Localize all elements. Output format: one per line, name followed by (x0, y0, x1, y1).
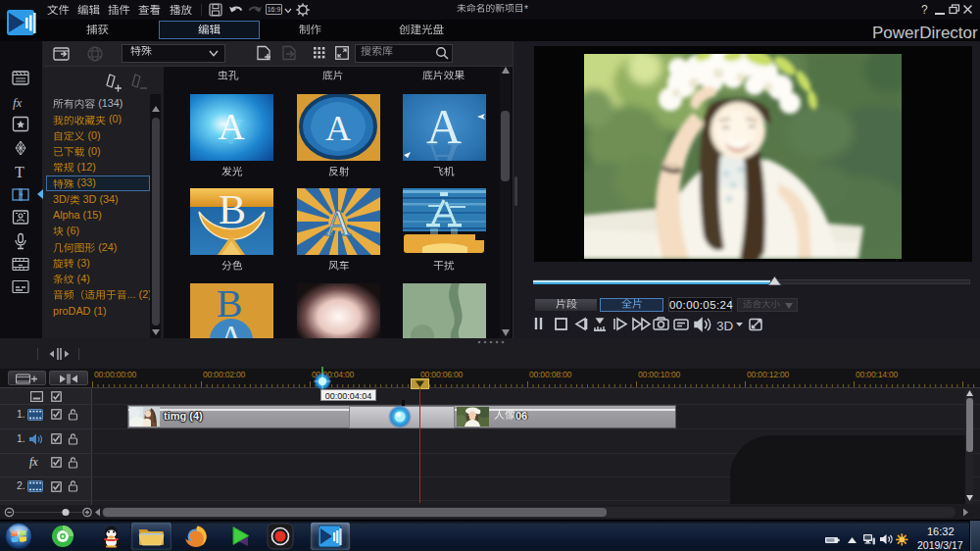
svg-text:A: A (219, 112, 246, 153)
svg-text:A: A (324, 202, 352, 243)
svg-text:A: A (325, 109, 351, 148)
svg-text:T: T (15, 163, 24, 179)
svg-text:fx: fx (13, 95, 23, 110)
svg-text:A: A (425, 132, 461, 161)
svg-text:B: B (219, 188, 246, 232)
svg-text:A: A (220, 319, 244, 338)
svg-text:3D: 3D (716, 319, 734, 333)
